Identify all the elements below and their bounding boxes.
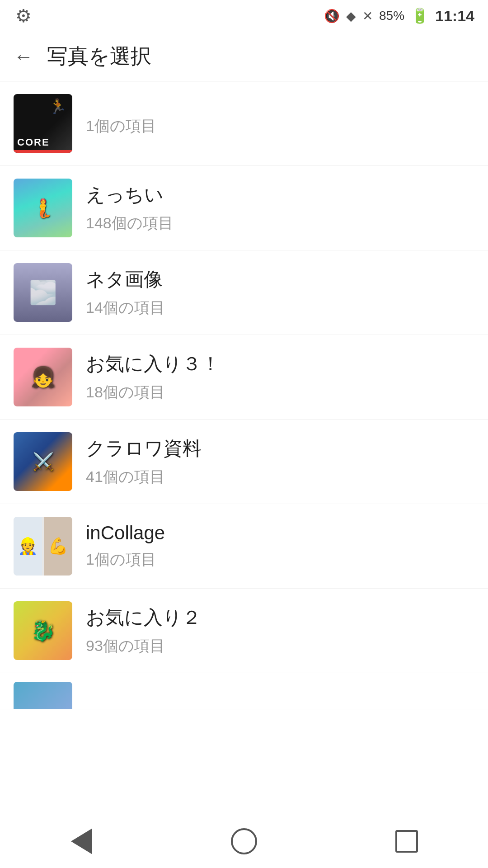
album-count: 1個の項目 xyxy=(86,116,156,137)
album-thumbnail: CORE 🏃 xyxy=(14,94,72,153)
battery-percentage: 85% xyxy=(379,9,404,23)
album-thumbnail xyxy=(14,682,72,710)
album-info: お気に入り３！ 18個の項目 xyxy=(86,351,220,403)
album-thumbnail: 🧜 xyxy=(14,179,72,237)
album-name: えっちい xyxy=(86,182,174,208)
album-count: 148個の項目 xyxy=(86,213,174,234)
nav-back-button[interactable] xyxy=(63,823,99,859)
battery-icon: 🔋 xyxy=(411,7,429,24)
album-count: 1個の項目 xyxy=(86,549,165,570)
signal-icon: ✕ xyxy=(362,9,373,24)
list-item[interactable]: 🧜 えっちい 148個の項目 xyxy=(0,166,488,250)
time-display: 11:14 xyxy=(435,7,474,25)
back-triangle-icon xyxy=(71,829,92,854)
mute-icon: 🔇 xyxy=(324,9,340,24)
wifi-icon: ◆ xyxy=(346,9,356,24)
album-count: 18個の項目 xyxy=(86,382,220,403)
album-name: inCollage xyxy=(86,522,165,544)
back-button[interactable]: ← xyxy=(14,47,33,66)
album-name: お気に入り２ xyxy=(86,605,201,630)
album-name: クラロワ資料 xyxy=(86,436,202,461)
nav-home-button[interactable] xyxy=(226,823,262,859)
list-item[interactable]: CORE 🏃 1個の項目 xyxy=(0,81,488,166)
album-info: えっちい 148個の項目 xyxy=(86,182,174,234)
home-circle-icon xyxy=(231,828,257,854)
album-thumbnail: ⚔️ xyxy=(14,432,72,491)
list-item[interactable]: 👧 お気に入り３！ 18個の項目 xyxy=(0,335,488,420)
list-item[interactable]: 🐉 お気に入り２ 93個の項目 xyxy=(0,589,488,673)
album-count: 41個の項目 xyxy=(86,467,202,487)
album-count: 14個の項目 xyxy=(86,297,165,318)
album-info: クラロワ資料 41個の項目 xyxy=(86,436,202,487)
nav-recent-button[interactable] xyxy=(389,823,425,859)
album-info: 1個の項目 xyxy=(86,110,156,137)
header: ← 写真を選択 xyxy=(0,32,488,81)
album-name: ネタ画像 xyxy=(86,267,165,292)
album-thumbnail: 🐉 xyxy=(14,601,72,660)
gear-icon: ⚙ xyxy=(15,5,32,26)
list-item[interactable] xyxy=(0,673,488,709)
bottom-navigation xyxy=(0,814,488,868)
recent-square-icon xyxy=(395,830,418,853)
list-item[interactable]: 👷 💪 inCollage 1個の項目 xyxy=(0,504,488,589)
album-thumbnail: 👷 💪 xyxy=(14,517,72,576)
list-item[interactable]: ⚔️ クラロワ資料 41個の項目 xyxy=(0,420,488,504)
album-info: inCollage 1個の項目 xyxy=(86,522,165,570)
album-list: CORE 🏃 1個の項目 🧜 えっちい 148個の項目 🌫️ ネタ画像 14個の… xyxy=(0,81,488,814)
page-title: 写真を選択 xyxy=(47,42,151,71)
album-info: ネタ画像 14個の項目 xyxy=(86,267,165,318)
album-thumbnail: 👧 xyxy=(14,348,72,406)
album-thumbnail: 🌫️ xyxy=(14,263,72,322)
album-name: お気に入り３！ xyxy=(86,351,220,377)
album-info: お気に入り２ 93個の項目 xyxy=(86,605,201,656)
list-item[interactable]: 🌫️ ネタ画像 14個の項目 xyxy=(0,250,488,335)
album-count: 93個の項目 xyxy=(86,636,201,656)
